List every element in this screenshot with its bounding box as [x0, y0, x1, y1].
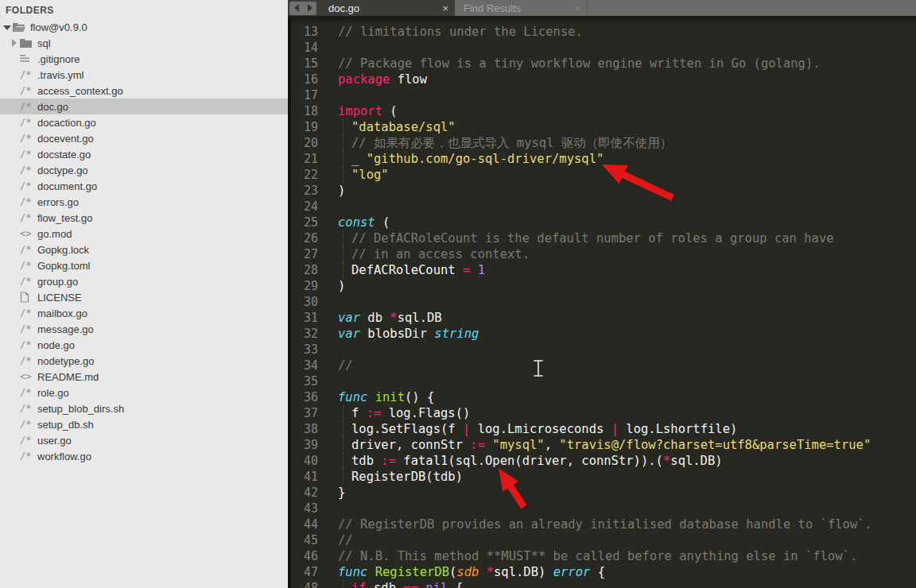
- sidebar-item-sql[interactable]: sql: [0, 35, 288, 51]
- sidebar-item-mailbox.go[interactable]: mailbox.go: [0, 305, 288, 321]
- code-line-39[interactable]: 39driver, connStr := "mysql", "travis@/f…: [288, 437, 916, 453]
- tab-find-results[interactable]: Find Results ×: [455, 0, 588, 16]
- next-tab-icon[interactable]: [308, 4, 312, 12]
- sidebar-item-setup_db.sh[interactable]: setup_db.sh: [0, 416, 288, 432]
- line-number: 47: [288, 564, 318, 580]
- sidebar-item-flow@v0.9.0[interactable]: flow@v0.9.0: [0, 19, 288, 35]
- sidebar-item-gopkg.lock[interactable]: Gopkg.lock: [0, 242, 288, 257]
- sidebar-item-workflow.go[interactable]: workflow.go: [0, 448, 288, 464]
- tab-doc-go[interactable]: doc.go ×: [320, 0, 455, 16]
- code-line-19[interactable]: 19"database/sql": [288, 119, 916, 135]
- sidebar-item-node.go[interactable]: node.go: [0, 337, 288, 353]
- file-label: flow_test.go: [37, 212, 92, 224]
- code-line-34[interactable]: 34//: [288, 358, 916, 373]
- sidebar-item-setup_blob_dirs.sh[interactable]: setup_blob_dirs.sh: [0, 400, 288, 416]
- code-line-41[interactable]: 41RegisterDB(tdb): [288, 469, 916, 485]
- code-line-43[interactable]: 43: [288, 501, 916, 516]
- line-number: 15: [288, 56, 318, 72]
- code-line-27[interactable]: 27// in an access context.: [288, 246, 916, 262]
- code-line-22[interactable]: 22"log": [288, 167, 916, 183]
- code-text: RegisterDB(tdb): [338, 469, 916, 485]
- line-number: 38: [288, 421, 318, 437]
- sidebar-item-docstate.go[interactable]: docstate.go: [0, 146, 288, 162]
- code-text: // Package flow is a tiny workflow engin…: [338, 56, 916, 72]
- close-icon[interactable]: ×: [574, 3, 580, 14]
- code-line-33[interactable]: 33: [288, 342, 916, 358]
- code-line-26[interactable]: 26// DefACRoleCount is the default numbe…: [288, 230, 916, 246]
- code-line-44[interactable]: 44// RegisterDB provides an already init…: [288, 516, 916, 532]
- line-number: 25: [288, 215, 318, 230]
- tree-spacer: [9, 337, 20, 353]
- sidebar-item-license[interactable]: LICENSE: [0, 289, 288, 305]
- code-line-16[interactable]: 16package flow: [288, 72, 916, 87]
- close-icon[interactable]: ×: [442, 3, 448, 14]
- indent-guide: [343, 167, 344, 183]
- code-line-25[interactable]: 25const (: [288, 215, 916, 230]
- code-text: log.SetFlags(f | log.Lmicroseconds | log…: [338, 421, 916, 437]
- sidebar-item-go.mod[interactable]: go.mod: [0, 226, 288, 242]
- code-line-18[interactable]: 18import (: [288, 103, 916, 119]
- code-line-48[interactable]: 48if sdb == nil {: [288, 580, 916, 588]
- code-line-35[interactable]: 35: [288, 373, 916, 389]
- code-line-40[interactable]: 40tdb := fatal1(sql.Open(driver, connStr…: [288, 453, 916, 469]
- sidebar-item-gopkg.toml[interactable]: Gopkg.toml: [0, 257, 288, 273]
- sidebar-item-docaction.go[interactable]: docaction.go: [0, 114, 288, 130]
- file-label: workflow.go: [37, 451, 91, 462]
- code-line-47[interactable]: 47func RegisterDB(sdb *sql.DB) error {: [288, 564, 916, 580]
- sidebar-item-docevent.go[interactable]: docevent.go: [0, 130, 288, 146]
- file-tree: flow@v0.9.0sql.gitignore.travis.ymlacces…: [0, 19, 288, 464]
- tree-spacer: [9, 226, 20, 242]
- line-number: 18: [288, 103, 318, 119]
- code-line-30[interactable]: 30: [288, 294, 916, 310]
- sidebar-item-.gitignore[interactable]: .gitignore: [0, 51, 288, 67]
- code-line-21[interactable]: 21_ "github.com/go-sql-driver/mysql": [288, 151, 916, 167]
- tree-spacer: [9, 257, 20, 273]
- sidebar-item-doctype.go[interactable]: doctype.go: [0, 162, 288, 178]
- expand-right-icon[interactable]: [9, 35, 20, 51]
- code-line-32[interactable]: 32var blobsDir string: [288, 326, 916, 342]
- markup-icon: [20, 370, 34, 383]
- code-line-37[interactable]: 37f := log.Flags(): [288, 405, 916, 421]
- sidebar-item-nodetype.go[interactable]: nodetype.go: [0, 353, 288, 369]
- file-label: nodetype.go: [37, 355, 95, 367]
- code-line-24[interactable]: 24: [288, 199, 916, 215]
- sidebar-item-group.go[interactable]: group.go: [0, 273, 288, 289]
- code-line-20[interactable]: 20// 如果有必要，也显式导入 mysql 驱动（即使不使用）: [288, 135, 916, 151]
- sidebar-item-flow_test.go[interactable]: flow_test.go: [0, 210, 288, 226]
- tree-spacer: [9, 178, 20, 194]
- sidebar-item-access_context.go[interactable]: access_context.go: [0, 83, 288, 99]
- code-line-42[interactable]: 42}: [288, 485, 916, 501]
- sidebar-item-role.go[interactable]: role.go: [0, 385, 288, 400]
- line-number: 17: [288, 87, 318, 103]
- tree-spacer: [9, 242, 20, 257]
- sidebar-item-message.go[interactable]: message.go: [0, 321, 288, 337]
- src-icon: [20, 100, 34, 113]
- code-line-46[interactable]: 46// N.B. This method **MUST** be called…: [288, 548, 916, 564]
- code-line-31[interactable]: 31var db *sql.DB: [288, 310, 916, 326]
- code-line-45[interactable]: 45//: [288, 532, 916, 548]
- code-line-23[interactable]: 23): [288, 183, 916, 199]
- tree-spacer: [9, 448, 20, 464]
- code-text: DefACRoleCount = 1: [338, 262, 916, 278]
- code-line-29[interactable]: 29): [288, 278, 916, 294]
- indent-guide: [343, 421, 344, 437]
- code-text: ): [338, 278, 916, 294]
- sidebar-item-.travis.yml[interactable]: .travis.yml: [0, 67, 288, 83]
- code-line-15[interactable]: 15// Package flow is a tiny workflow eng…: [288, 56, 916, 72]
- sidebar-item-errors.go[interactable]: errors.go: [0, 194, 288, 210]
- code-editor[interactable]: 13// limitations under the License.1415/…: [288, 17, 916, 588]
- sidebar-item-user.go[interactable]: user.go: [0, 432, 288, 448]
- expand-down-icon[interactable]: [2, 19, 13, 35]
- prev-tab-icon[interactable]: [294, 4, 299, 12]
- sidebar-item-doc.go[interactable]: doc.go: [0, 99, 288, 114]
- code-line-13[interactable]: 13// limitations under the License.: [288, 24, 916, 40]
- line-number: 35: [288, 373, 318, 389]
- code-line-38[interactable]: 38log.SetFlags(f | log.Lmicroseconds | l…: [288, 421, 916, 437]
- code-line-36[interactable]: 36func init() {: [288, 389, 916, 405]
- code-line-17[interactable]: 17: [288, 87, 916, 103]
- file-label: setup_db.sh: [37, 419, 94, 431]
- sidebar-item-document.go[interactable]: document.go: [0, 178, 288, 194]
- code-line-28[interactable]: 28DefACRoleCount = 1: [288, 262, 916, 278]
- code-line-14[interactable]: 14: [288, 40, 916, 56]
- sidebar-item-readme.md[interactable]: README.md: [0, 369, 288, 385]
